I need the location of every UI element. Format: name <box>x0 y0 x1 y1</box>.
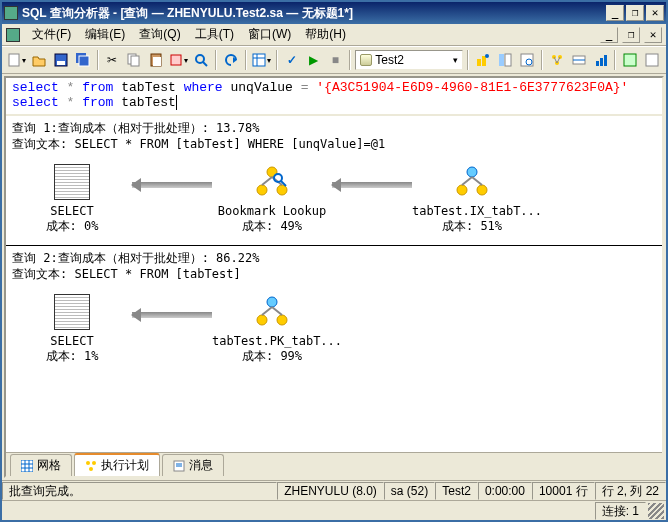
menu-help[interactable]: 帮助(H) <box>299 24 352 45</box>
restore-button[interactable]: ❐ <box>626 5 644 21</box>
svg-rect-31 <box>604 55 607 66</box>
plan1-select-node[interactable]: SELECT 成本: 0% <box>12 164 132 235</box>
titlebar: SQL 查询分析器 - [查询 — ZHENYULU.Test2.sa — 无标… <box>2 2 666 24</box>
node-label: SELECT <box>12 204 132 218</box>
status-position: 行 2, 列 22 <box>595 482 666 500</box>
mdi-minimize-button[interactable]: _ <box>600 27 618 43</box>
menu-window[interactable]: 窗口(W) <box>242 24 297 45</box>
content-area: select * from tabTest where unqValue = '… <box>4 76 664 478</box>
app-window: SQL 查询分析器 - [查询 — ZHENYULU.Test2.sa — 无标… <box>0 0 668 522</box>
select-icon <box>54 164 90 200</box>
plan-query-2: 查询 2:查询成本（相对于批处理）: 86.22% 查询文本: SELECT *… <box>6 246 662 375</box>
parse-button[interactable]: ✓ <box>282 49 302 71</box>
svg-point-42 <box>457 185 467 195</box>
status-connections: 连接: 1 <box>595 502 646 520</box>
plan1-text-header: 查询文本: SELECT * FROM [tabTest] WHERE [unq… <box>12 136 656 152</box>
paste-button[interactable] <box>146 49 166 71</box>
status-user: sa (52) <box>384 482 435 500</box>
status-server: ZHENYULU (8.0) <box>277 482 384 500</box>
node-cost: 成本: 1% <box>12 348 132 365</box>
templates-button[interactable] <box>620 49 640 71</box>
svg-rect-9 <box>171 55 181 65</box>
resize-grip[interactable] <box>648 503 664 519</box>
status-db: Test2 <box>435 482 478 500</box>
svg-point-48 <box>277 315 287 325</box>
show-plan-button[interactable] <box>547 49 567 71</box>
help-button[interactable] <box>642 49 662 71</box>
svg-rect-30 <box>600 58 603 66</box>
svg-rect-12 <box>253 54 265 66</box>
result-tabs: 网格 执行计划 消息 <box>6 452 662 476</box>
svg-rect-8 <box>153 57 161 66</box>
execution-plan-pane: 查询 1:查询成本（相对于批处理）: 13.78% 查询文本: SELECT *… <box>6 116 662 452</box>
svg-line-11 <box>203 62 207 66</box>
svg-point-56 <box>86 461 90 465</box>
status-time: 0:00:00 <box>478 482 532 500</box>
plan1-index-node[interactable]: tabTest.IX_tabT... 成本: 51% <box>412 164 532 235</box>
sql-editor[interactable]: select * from tabTest where unqValue = '… <box>6 78 662 116</box>
tab-grid[interactable]: 网格 <box>10 454 72 476</box>
svg-line-37 <box>262 177 272 185</box>
arrow-icon <box>132 297 212 333</box>
svg-point-57 <box>92 461 96 465</box>
plan1-cost-header: 查询 1:查询成本（相对于批处理）: 13.78% <box>12 120 656 136</box>
menu-tools[interactable]: 工具(T) <box>189 24 240 45</box>
copy-button[interactable] <box>124 49 144 71</box>
node-cost: 成本: 51% <box>412 218 532 235</box>
results-mode-button[interactable] <box>251 49 272 71</box>
plan2-select-node[interactable]: SELECT 成本: 1% <box>12 294 132 365</box>
mdi-close-button[interactable]: ✕ <box>644 27 662 43</box>
svg-rect-18 <box>499 54 504 66</box>
open-button[interactable] <box>29 49 49 71</box>
node-label: SELECT <box>12 334 132 348</box>
object-search-button[interactable] <box>517 49 537 71</box>
svg-point-46 <box>267 297 277 307</box>
minimize-button[interactable]: _ <box>606 5 624 21</box>
database-name: Test2 <box>375 53 404 67</box>
plan-query-1: 查询 1:查询成本（相对于批处理）: 13.78% 查询文本: SELECT *… <box>6 116 662 246</box>
object-browser-button[interactable] <box>495 49 515 71</box>
estimated-plan-button[interactable] <box>473 49 493 71</box>
svg-point-17 <box>485 54 489 58</box>
undo-button[interactable] <box>221 49 241 71</box>
window-title: SQL 查询分析器 - [查询 — ZHENYULU.Test2.sa — 无标… <box>22 5 353 22</box>
app-icon <box>4 6 18 20</box>
tab-messages[interactable]: 消息 <box>162 454 224 476</box>
stats-button[interactable] <box>591 49 611 71</box>
svg-rect-15 <box>477 59 481 66</box>
plan1-bookmark-node[interactable]: Bookmark Lookup 成本: 49% <box>212 164 332 235</box>
svg-point-41 <box>467 167 477 177</box>
stop-button[interactable]: ■ <box>325 49 345 71</box>
status-rows: 10001 行 <box>532 482 595 500</box>
menu-query[interactable]: 查询(Q) <box>133 24 186 45</box>
save-button[interactable] <box>51 49 71 71</box>
new-query-button[interactable] <box>6 49 27 71</box>
cut-button[interactable]: ✂ <box>103 49 123 71</box>
menu-file[interactable]: 文件(F) <box>26 24 77 45</box>
find-button[interactable] <box>191 49 211 71</box>
svg-rect-16 <box>482 56 486 66</box>
svg-rect-33 <box>646 54 658 66</box>
svg-point-47 <box>257 315 267 325</box>
node-label: tabTest.IX_tabT... <box>412 204 532 218</box>
save-all-button[interactable] <box>73 49 93 71</box>
toolbar: ✂ ✓ ▶ ■ Test2 <box>2 46 666 74</box>
statusbar: 批查询完成。 ZHENYULU (8.0) sa (52) Test2 0:00… <box>2 480 666 500</box>
menu-edit[interactable]: 编辑(E) <box>79 24 131 45</box>
tab-execution-plan[interactable]: 执行计划 <box>74 453 160 476</box>
trace-button[interactable] <box>569 49 589 71</box>
database-selector[interactable]: Test2 <box>355 50 463 70</box>
svg-rect-19 <box>505 54 511 66</box>
mdi-restore-button[interactable]: ❐ <box>622 27 640 43</box>
plan2-scan-node[interactable]: tabTest.PK_tabT... 成本: 99% <box>212 294 332 365</box>
svg-point-35 <box>257 185 267 195</box>
node-cost: 成本: 99% <box>212 348 332 365</box>
execute-button[interactable]: ▶ <box>304 49 324 71</box>
arrow-icon <box>332 167 412 203</box>
status-message: 批查询完成。 <box>2 482 277 500</box>
svg-line-50 <box>272 307 282 315</box>
clear-button[interactable] <box>168 49 189 71</box>
close-button[interactable]: ✕ <box>646 5 664 21</box>
bookmark-lookup-icon <box>254 164 290 200</box>
tab-label: 执行计划 <box>101 457 149 474</box>
